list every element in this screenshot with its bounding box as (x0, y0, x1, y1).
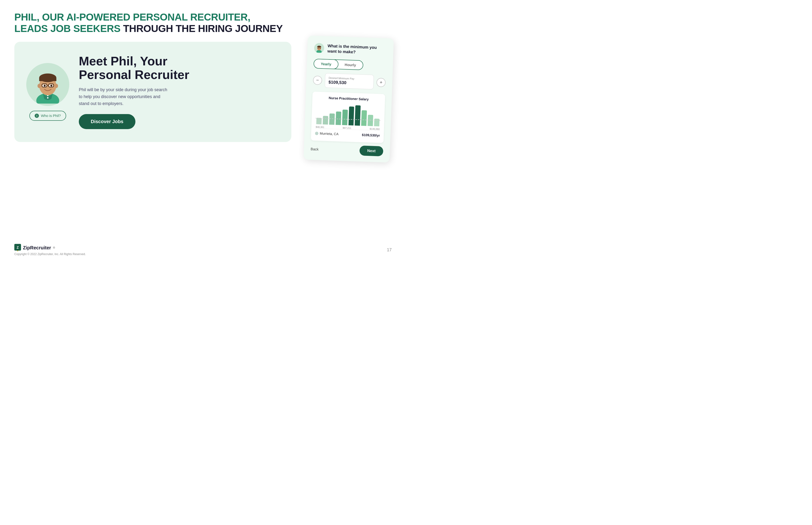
location-pin-icon: ◎ (315, 131, 319, 135)
svg-point-15 (44, 85, 46, 87)
header-line2-dark: THROUGH THE HIRING JOURNEY (120, 23, 283, 34)
svg-point-8 (38, 84, 41, 88)
bar-8 (361, 110, 367, 126)
chat-header: What is the minimum you want to make? (314, 43, 387, 56)
chart-label-min: $48,361 (316, 125, 324, 129)
card-title: Meet Phil, Your Personal Recruiter (79, 55, 279, 81)
who-is-phil-button[interactable]: i Who is Phil? (29, 111, 66, 121)
hourly-toggle[interactable]: Hourly (338, 60, 363, 70)
bar-9 (367, 115, 373, 126)
footer-logo: Z ZipRecruiter ® (14, 244, 86, 252)
page-header: PHIL, OUR AI-POWERED PERSONAL RECRUITER,… (0, 0, 406, 42)
bar-4 (335, 111, 341, 125)
back-button[interactable]: Back (310, 147, 319, 151)
bar-5 (342, 109, 348, 125)
card-description: Phil will be by your side during your jo… (79, 86, 170, 107)
bar-6 (348, 106, 354, 125)
svg-text:Z: Z (17, 245, 19, 250)
page-footer: Z ZipRecruiter ® Copyright © 2022 ZipRec… (14, 244, 392, 256)
chat-question: What is the minimum you want to make? (328, 43, 387, 56)
logo-text: ZipRecruiter (23, 245, 51, 251)
page-number: 17 (387, 247, 392, 253)
footer-left: Z ZipRecruiter ® Copyright © 2022 ZipRec… (14, 244, 86, 256)
salary-chart-card: Nurse Practitioner Salary $48,361 $97,21… (311, 91, 385, 143)
bar-2 (323, 116, 328, 124)
main-content: i Who is Phil? Meet Phil, Your Personal … (0, 42, 406, 166)
left-card: i Who is Phil? Meet Phil, Your Personal … (14, 42, 291, 142)
location-left: ◎ Murrieta, CA (315, 131, 339, 136)
chart-label-mid: $97,211 (343, 126, 351, 129)
bar-3 (329, 113, 335, 125)
salary-chart-title: Nurse Practitioner Salary (316, 95, 381, 102)
decrease-pay-button[interactable]: − (313, 75, 322, 85)
svg-point-3 (47, 97, 48, 99)
phil-chat-avatar (314, 43, 324, 53)
bar-10 (374, 118, 379, 126)
increase-pay-button[interactable]: + (376, 77, 386, 87)
phil-avatar (26, 63, 69, 106)
registered-mark: ® (53, 246, 55, 250)
svg-marker-26 (17, 251, 19, 252)
info-icon: i (35, 114, 39, 118)
avatar-section: i Who is Phil? (26, 63, 69, 121)
header-line2-green: LEADS JOB SEEKERS (14, 23, 120, 34)
salary-bar-chart (315, 103, 381, 126)
chart-label-max: $146,060 (370, 127, 380, 130)
svg-point-16 (50, 85, 52, 87)
pay-row: − Desired Minimum Pay $109,530 + (313, 73, 386, 90)
footer-copyright: Copyright © 2022 ZipRecruiter, Inc. All … (14, 253, 86, 256)
yearly-toggle[interactable]: Yearly (313, 59, 339, 70)
right-card: What is the minimum you want to make? Ye… (304, 35, 394, 162)
bar-7 (355, 105, 361, 125)
location-salary: $109,530/yr (362, 133, 380, 137)
action-row: Back Next (310, 144, 383, 156)
next-button[interactable]: Next (360, 146, 383, 156)
discover-jobs-button[interactable]: Discover Jobs (79, 114, 135, 129)
svg-rect-7 (39, 78, 56, 81)
svg-point-9 (55, 84, 58, 88)
location-text: Murrieta, CA (320, 131, 339, 136)
header-line1: PHIL, OUR AI-POWERED PERSONAL RECRUITER, (14, 12, 250, 22)
ziprecruiter-logo-icon: Z (14, 244, 21, 252)
pay-value: $109,530 (328, 80, 370, 86)
pay-input-box[interactable]: Desired Minimum Pay $109,530 (325, 73, 374, 89)
pay-period-toggle[interactable]: Yearly Hourly (313, 59, 363, 70)
card-text: Meet Phil, Your Personal Recruiter Phil … (79, 55, 279, 129)
bar-1 (316, 118, 322, 124)
